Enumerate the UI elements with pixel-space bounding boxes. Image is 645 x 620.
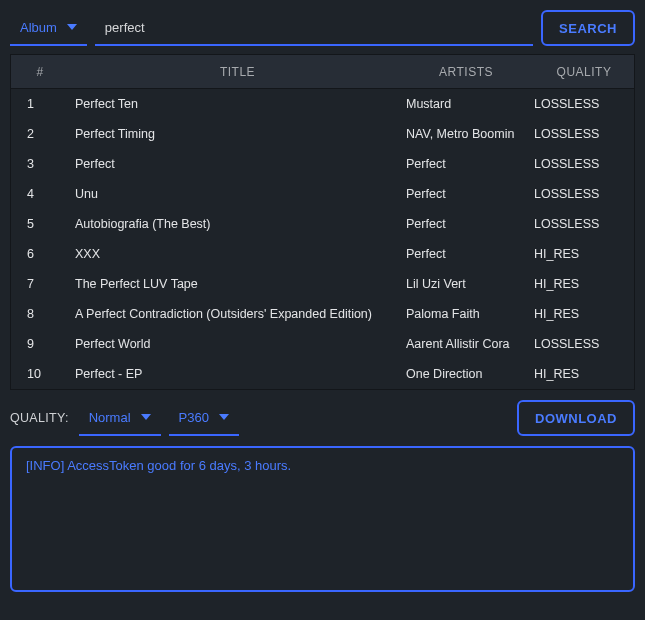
cell-number: 3 <box>11 157 69 171</box>
cell-artists: One Direction <box>406 367 534 381</box>
table-row[interactable]: 3PerfectPerfectLOSSLESS <box>11 149 634 179</box>
table-row[interactable]: 6XXXPerfectHI_RES <box>11 239 634 269</box>
cell-quality: LOSSLESS <box>534 127 634 141</box>
cell-title: Perfect <box>69 157 406 171</box>
cell-number: 5 <box>11 217 69 231</box>
table-row[interactable]: 5Autobiografia (The Best)PerfectLOSSLESS <box>11 209 634 239</box>
cell-quality: LOSSLESS <box>534 217 634 231</box>
cell-artists: Perfect <box>406 247 534 261</box>
cell-number: 9 <box>11 337 69 351</box>
cell-number: 10 <box>11 367 69 381</box>
table-row[interactable]: 4UnuPerfectLOSSLESS <box>11 179 634 209</box>
cell-number: 4 <box>11 187 69 201</box>
results-table: # TITLE ARTISTS QUALITY 1Perfect TenMust… <box>10 54 635 390</box>
cell-number: 7 <box>11 277 69 291</box>
cell-title: Perfect World <box>69 337 406 351</box>
cell-artists: Mustard <box>406 97 534 111</box>
cell-artists: Perfect <box>406 157 534 171</box>
cell-title: Perfect Ten <box>69 97 406 111</box>
cell-quality: HI_RES <box>534 247 634 261</box>
cell-quality: LOSSLESS <box>534 157 634 171</box>
table-row[interactable]: 9Perfect WorldAarent Allistir CoraLOSSLE… <box>11 329 634 359</box>
type-select-label: Album <box>20 20 57 35</box>
cell-artists: NAV, Metro Boomin <box>406 127 534 141</box>
cell-number: 8 <box>11 307 69 321</box>
table-row[interactable]: 1Perfect TenMustardLOSSLESS <box>11 89 634 119</box>
search-input[interactable] <box>95 10 533 46</box>
cell-quality: HI_RES <box>534 307 634 321</box>
cell-number: 1 <box>11 97 69 111</box>
col-header-quality[interactable]: QUALITY <box>534 65 634 79</box>
resolution-select-label: P360 <box>179 410 209 425</box>
col-header-number[interactable]: # <box>11 65 69 79</box>
cell-quality: LOSSLESS <box>534 97 634 111</box>
table-row[interactable]: 2Perfect TimingNAV, Metro BoominLOSSLESS <box>11 119 634 149</box>
cell-number: 6 <box>11 247 69 261</box>
chevron-down-icon <box>67 24 77 30</box>
resolution-select[interactable]: P360 <box>169 400 239 436</box>
cell-quality: LOSSLESS <box>534 337 634 351</box>
chevron-down-icon <box>141 414 151 420</box>
table-header: # TITLE ARTISTS QUALITY <box>11 55 634 89</box>
table-row[interactable]: 8A Perfect Contradiction (Outsiders' Exp… <box>11 299 634 329</box>
cell-artists: Aarent Allistir Cora <box>406 337 534 351</box>
cell-title: The Perfect LUV Tape <box>69 277 406 291</box>
quality-select-label: Normal <box>89 410 131 425</box>
col-header-title[interactable]: TITLE <box>69 65 406 79</box>
table-row[interactable]: 10Perfect - EPOne DirectionHI_RES <box>11 359 634 389</box>
log-line: [INFO] AccessToken good for 6 days, 3 ho… <box>26 458 619 473</box>
cell-artists: Paloma Faith <box>406 307 534 321</box>
cell-title: XXX <box>69 247 406 261</box>
search-button[interactable]: SEARCH <box>541 10 635 46</box>
quality-label: QUALITY: <box>10 411 69 425</box>
cell-title: A Perfect Contradiction (Outsiders' Expa… <box>69 307 406 321</box>
cell-title: Perfect - EP <box>69 367 406 381</box>
cell-title: Autobiografia (The Best) <box>69 217 406 231</box>
cell-artists: Perfect <box>406 217 534 231</box>
type-select[interactable]: Album <box>10 10 87 46</box>
chevron-down-icon <box>219 414 229 420</box>
log-output: [INFO] AccessToken good for 6 days, 3 ho… <box>10 446 635 592</box>
col-header-artists[interactable]: ARTISTS <box>406 65 534 79</box>
download-button[interactable]: DOWNLOAD <box>517 400 635 436</box>
quality-select[interactable]: Normal <box>79 400 161 436</box>
cell-title: Perfect Timing <box>69 127 406 141</box>
table-row[interactable]: 7The Perfect LUV TapeLil Uzi VertHI_RES <box>11 269 634 299</box>
cell-artists: Lil Uzi Vert <box>406 277 534 291</box>
cell-number: 2 <box>11 127 69 141</box>
cell-artists: Perfect <box>406 187 534 201</box>
cell-quality: HI_RES <box>534 367 634 381</box>
cell-title: Unu <box>69 187 406 201</box>
cell-quality: LOSSLESS <box>534 187 634 201</box>
cell-quality: HI_RES <box>534 277 634 291</box>
